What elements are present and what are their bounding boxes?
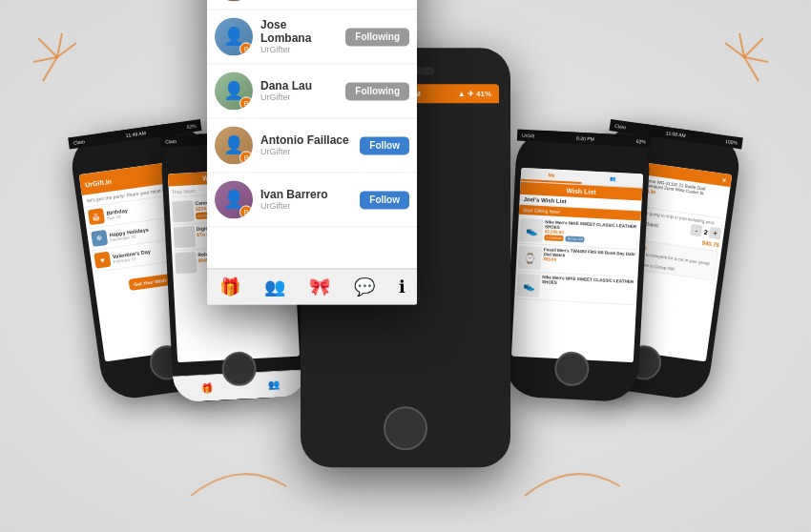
avatar-badge-3: B: [239, 151, 253, 164]
friend-info-4: Ivan Barrero UrGifter: [260, 188, 352, 211]
carrier-left2: Claro: [165, 138, 177, 145]
friend-avatar-4: 👤 B: [215, 180, 253, 218]
friend-sub-3: UrGifter: [260, 147, 352, 156]
friend-avatar-0: 👤 B: [215, 0, 253, 1]
time-left1: 11:49 AM: [125, 130, 146, 138]
group-counter: - 2 +: [690, 224, 721, 239]
friend-avatar-2: 👤 B: [215, 72, 253, 110]
nav-info-main[interactable]: ℹ: [399, 276, 406, 297]
battery-right1: 62%: [636, 138, 646, 145]
follow-btn-2[interactable]: Following: [345, 82, 409, 100]
home-button-right1[interactable]: [553, 351, 590, 387]
follow-btn-4[interactable]: Follow: [360, 191, 409, 209]
friend-sub-2: UrGifter: [260, 92, 338, 102]
battery-left1: 62%: [186, 123, 197, 130]
carrier-left1: Claro: [73, 138, 86, 146]
main-battery: ▲ ✈ 41%: [458, 90, 491, 98]
friend-item-4: 👤 B Ivan Barrero UrGifter Follow: [207, 173, 417, 227]
time-right1: 6:20 PM: [576, 135, 594, 142]
carrier-right2: Claro: [614, 123, 627, 131]
wish-name-2: Nike Men's NIKE SWEET CLASSIC LEATHER SH…: [542, 275, 635, 289]
phone-right-1: UrGift 6:20 PM 62% Me 👥 Wish List Joel's…: [504, 130, 651, 403]
follow-btn-3[interactable]: Follow: [360, 136, 409, 154]
friend-name-4: Ivan Barrero: [260, 188, 352, 201]
nav-icon-gift-left2[interactable]: 🎁: [200, 382, 213, 394]
battery-right2: 100%: [725, 138, 738, 146]
avatar-badge-2: B: [239, 96, 253, 110]
main-screen: Followed Friends 🔍 Search Friends 👤 B: [207, 0, 417, 304]
avatar-badge-4: B: [239, 205, 253, 218]
counter-value: 2: [703, 228, 708, 235]
phone-main: ●●● Claro 1:52 PM ▲ ✈ 41% Followed Frien…: [301, 48, 510, 467]
nav-gift-main[interactable]: 🎁: [219, 276, 240, 297]
wish-img-1: ⌚: [518, 246, 542, 270]
urgift-logo: UrGift.In: [85, 177, 113, 188]
time-right2: 11:08 AM: [665, 130, 686, 138]
friend-item-1: 👤 B Jose Lombana UrGifter Following: [207, 10, 417, 64]
friend-avatar-1: 👤 B: [215, 17, 253, 55]
group-btn-0[interactable]: Group Gift: [565, 235, 584, 242]
wish-items: 👟 Nike Men's NIKE SWEET CLASSIC LEATHER …: [514, 215, 641, 308]
friend-name-2: Dana Lau: [260, 79, 338, 92]
friend-sub-4: UrGifter: [260, 201, 352, 211]
birthday-icon: 🎂: [88, 208, 105, 225]
avatar-badge-0: B: [239, 0, 253, 1]
wish-img-2: 👟: [516, 274, 540, 297]
wedding-img-1: [172, 200, 194, 222]
friend-name-1: Jose Lombana: [260, 18, 338, 45]
wedding-img-2: [174, 226, 196, 248]
contribute-btn-0[interactable]: Contribute: [544, 235, 563, 241]
avatar-badge-1: B: [239, 42, 253, 55]
nav-wand-main[interactable]: 🎀: [309, 276, 330, 297]
home-button-main[interactable]: [384, 406, 427, 450]
phones-container: Claro 11:49 AM 62% UrGift.In let's join …: [0, 0, 811, 532]
friend-item-3: 👤 B Antonio Faillace UrGifter Follow: [207, 118, 417, 173]
carrier-right1: UrGift: [522, 133, 534, 139]
nav-friends-main[interactable]: 👥: [264, 276, 285, 297]
counter-minus[interactable]: -: [690, 224, 703, 237]
friend-info-1: Jose Lombana UrGifter: [260, 18, 338, 54]
friend-item-0: 👤 B Diego Saez-Gil UrGifter Following: [207, 0, 417, 10]
friend-list: 👤 B Diego Saez-Gil UrGifter Following 👤 …: [207, 0, 417, 268]
friend-item-2: 👤 B Dana Lau UrGifter Following: [207, 64, 417, 118]
follow-btn-1[interactable]: Following: [345, 28, 409, 46]
wish-item-2: 👟 Nike Men's NIKE SWEET CLASSIC LEATHER …: [516, 272, 635, 305]
holidays-icon: ❄: [91, 230, 108, 247]
friend-name-3: Antonio Faillace: [260, 133, 352, 147]
main-bottom-nav: 🎁 👥 🎀 💬 ℹ: [207, 268, 417, 304]
share-per-value: $40.75: [701, 240, 719, 248]
friend-info-2: Dana Lau UrGifter: [260, 79, 338, 102]
friend-avatar-3: 👤 B: [215, 126, 253, 164]
close-icon[interactable]: ✕: [721, 176, 727, 184]
friend-info-3: Antonio Faillace UrGifter: [260, 133, 352, 156]
nav-chat-main[interactable]: 💬: [354, 276, 375, 297]
valentine-icon: ♥: [94, 252, 111, 269]
wedding-img-3: [175, 252, 197, 274]
counter-plus[interactable]: +: [709, 227, 722, 240]
wish-cta-text: Start Gifting Now!: [523, 207, 560, 215]
wish-img-0: 👟: [519, 218, 543, 242]
friend-sub-1: UrGifter: [260, 45, 338, 54]
nav-icon-friends-left2[interactable]: 👥: [267, 379, 280, 391]
screen-right1: Me 👥 Wish List Joel's Wish List Start Gi…: [511, 168, 643, 362]
